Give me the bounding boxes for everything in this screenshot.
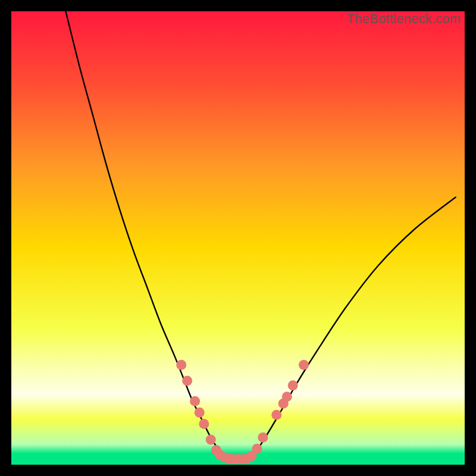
chart-background [11, 11, 465, 465]
marker-dot [182, 376, 192, 386]
marker-dot [195, 408, 205, 418]
marker-dot [176, 360, 186, 370]
bottleneck-chart [11, 11, 465, 465]
marker-dot [271, 410, 281, 420]
marker-dot [190, 396, 200, 406]
watermark-text: TheBottleneck.com [347, 11, 461, 27]
marker-dot [299, 360, 309, 370]
marker-dot [206, 435, 216, 445]
marker-dot [199, 419, 209, 429]
chart-frame: TheBottleneck.com [11, 11, 465, 465]
marker-dot [288, 380, 298, 390]
marker-dot [282, 392, 292, 402]
marker-dot [258, 433, 268, 443]
marker-dot [252, 444, 262, 454]
